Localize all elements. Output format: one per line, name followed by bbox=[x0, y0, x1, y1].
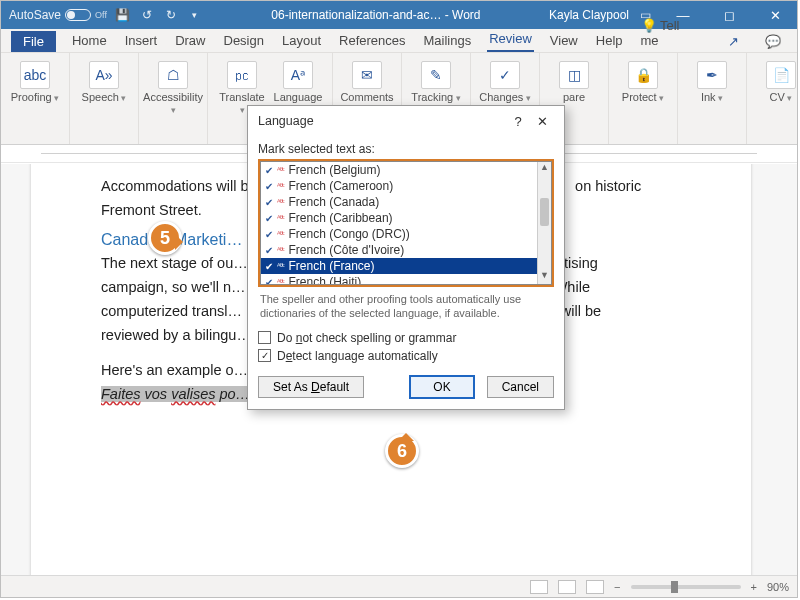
checkmark-icon: ✔ bbox=[265, 197, 273, 208]
tab-review[interactable]: Review bbox=[487, 28, 534, 52]
undo-icon[interactable]: ↺ bbox=[139, 7, 155, 23]
tab-mailings[interactable]: Mailings bbox=[422, 30, 474, 52]
checkbox-detect-language[interactable]: ✓ Detect language automatically bbox=[258, 347, 554, 365]
proofing-icon: ᴬᴮᶜ bbox=[277, 166, 285, 175]
zoom-level[interactable]: 90% bbox=[767, 581, 789, 593]
dialog-close-button[interactable]: ✕ bbox=[530, 114, 554, 129]
checkbox-no-check[interactable]: Do not check spelling or grammar bbox=[258, 329, 554, 347]
language-option-label: French (Haiti) bbox=[289, 275, 362, 285]
tab-design[interactable]: Design bbox=[222, 30, 266, 52]
proofing-button[interactable]: abcProofing bbox=[9, 57, 61, 103]
language-option-label: French (Belgium) bbox=[289, 163, 381, 177]
language-option[interactable]: ✔ᴬᴮᶜFrench (Haiti) bbox=[261, 274, 537, 285]
changes-button[interactable]: ✓Changes bbox=[479, 57, 531, 103]
tab-references[interactable]: References bbox=[337, 30, 407, 52]
language-option[interactable]: ✔ᴬᴮᶜFrench (Côte d'Ivoire) bbox=[261, 242, 537, 258]
cv-button[interactable]: 📄CV bbox=[755, 57, 800, 103]
autosave-state: Off bbox=[95, 10, 107, 20]
callout-5: 5 bbox=[148, 221, 182, 255]
zoom-slider[interactable] bbox=[631, 585, 741, 589]
tab-help[interactable]: Help bbox=[594, 30, 625, 52]
tracking-button[interactable]: ✎Tracking bbox=[410, 57, 462, 103]
language-option[interactable]: ✔ᴬᴮᶜFrench (Cameroon) bbox=[261, 178, 537, 194]
ribbon-tabs: File Home Insert Draw Design Layout Refe… bbox=[1, 29, 797, 53]
qat-dropdown-icon[interactable]: ▾ bbox=[187, 7, 203, 23]
language-option-label: French (Caribbean) bbox=[289, 211, 393, 225]
tab-view[interactable]: View bbox=[548, 30, 580, 52]
proofing-icon: ᴬᴮᶜ bbox=[277, 182, 285, 191]
accessibility-icon: ☖ bbox=[158, 61, 188, 89]
lock-icon: 🔒 bbox=[628, 61, 658, 89]
language-option[interactable]: ✔ᴬᴮᶜFrench (Congo (DRC)) bbox=[261, 226, 537, 242]
proofing-icon: ᴬᴮᶜ bbox=[277, 230, 285, 239]
dialog-title: Language bbox=[258, 114, 314, 128]
redo-icon[interactable]: ↻ bbox=[163, 7, 179, 23]
changes-icon: ✓ bbox=[490, 61, 520, 89]
resume-icon: 📄 bbox=[766, 61, 796, 89]
ink-icon: ✒ bbox=[697, 61, 727, 89]
comments-pane-button[interactable]: 💬 bbox=[759, 31, 787, 52]
web-layout-button[interactable] bbox=[586, 580, 604, 594]
dialog-help-button[interactable]: ? bbox=[506, 114, 530, 129]
translate-icon: ㍶ bbox=[227, 61, 257, 89]
status-bar: − + 90% bbox=[1, 575, 797, 597]
language-dialog: Language ? ✕ Mark selected text as: ✔ᴬᴮᶜ… bbox=[247, 105, 565, 410]
tab-draw[interactable]: Draw bbox=[173, 30, 207, 52]
checkbox-unchecked-icon bbox=[258, 331, 271, 344]
autosave-pill-icon bbox=[65, 9, 91, 21]
comment-icon: ✉ bbox=[352, 61, 382, 89]
language-option[interactable]: ✔ᴬᴮᶜFrench (Canada) bbox=[261, 194, 537, 210]
tab-layout[interactable]: Layout bbox=[280, 30, 323, 52]
tracking-icon: ✎ bbox=[421, 61, 451, 89]
save-icon[interactable]: 💾 bbox=[115, 7, 131, 23]
read-mode-button[interactable] bbox=[530, 580, 548, 594]
language-option[interactable]: ✔ᴬᴮᶜFrench (Belgium) bbox=[261, 162, 537, 178]
language-option-label: French (France) bbox=[289, 259, 375, 273]
language-listbox[interactable]: ✔ᴬᴮᶜFrench (Belgium)✔ᴬᴮᶜFrench (Cameroon… bbox=[260, 161, 552, 285]
checkmark-icon: ✔ bbox=[265, 213, 273, 224]
tab-file[interactable]: File bbox=[11, 31, 56, 52]
ink-button[interactable]: ✒Ink bbox=[686, 57, 738, 103]
checkmark-icon: ✔ bbox=[265, 181, 273, 192]
user-name[interactable]: Kayla Claypool bbox=[549, 8, 629, 22]
share-button[interactable]: ↗ bbox=[722, 31, 745, 52]
listbox-scrollbar[interactable]: ▲ ▼ bbox=[537, 162, 551, 284]
zoom-in-button[interactable]: + bbox=[751, 581, 757, 593]
proofing-icon: ᴬᴮᶜ bbox=[277, 246, 285, 255]
proofing-icon: ᴬᴮᶜ bbox=[277, 278, 285, 286]
checkmark-icon: ✔ bbox=[265, 165, 273, 176]
spellcheck-icon: abc bbox=[20, 61, 50, 89]
autosave-toggle[interactable]: AutoSave Off bbox=[9, 8, 107, 22]
checkmark-icon: ✔ bbox=[265, 261, 273, 272]
language-option[interactable]: ✔ᴬᴮᶜFrench (France) bbox=[261, 258, 537, 274]
proofing-icon: ᴬᴮᶜ bbox=[277, 198, 285, 207]
read-aloud-icon: A» bbox=[89, 61, 119, 89]
scroll-down-icon[interactable]: ▼ bbox=[538, 270, 551, 284]
proofing-icon: ᴬᴮᶜ bbox=[277, 262, 285, 271]
tab-home[interactable]: Home bbox=[70, 30, 109, 52]
dialog-titlebar[interactable]: Language ? ✕ bbox=[248, 106, 564, 136]
language-option-label: French (Côte d'Ivoire) bbox=[289, 243, 405, 257]
compare-button[interactable]: ◫pare bbox=[548, 57, 600, 103]
set-as-default-button[interactable]: Set As Default bbox=[258, 376, 364, 398]
ok-button[interactable]: OK bbox=[409, 375, 474, 399]
maximize-button[interactable]: ◻ bbox=[707, 1, 751, 29]
ribbon-options-icon[interactable]: ▭ bbox=[637, 7, 653, 23]
mark-text-label: Mark selected text as: bbox=[258, 140, 554, 159]
accessibility-button[interactable]: ☖Accessibility bbox=[147, 57, 199, 115]
cancel-button[interactable]: Cancel bbox=[487, 376, 554, 398]
dialog-hint: The speller and other proofing tools aut… bbox=[258, 287, 554, 329]
language-option[interactable]: ✔ᴬᴮᶜFrench (Caribbean) bbox=[261, 210, 537, 226]
scroll-up-icon[interactable]: ▲ bbox=[538, 162, 551, 176]
scrollbar-thumb[interactable] bbox=[540, 198, 549, 226]
tab-insert[interactable]: Insert bbox=[123, 30, 160, 52]
checkmark-icon: ✔ bbox=[265, 229, 273, 240]
protect-button[interactable]: 🔒Protect bbox=[617, 57, 669, 103]
speech-button[interactable]: A»Speech bbox=[78, 57, 130, 103]
compare-icon: ◫ bbox=[559, 61, 589, 89]
zoom-out-button[interactable]: − bbox=[614, 581, 620, 593]
print-layout-button[interactable] bbox=[558, 580, 576, 594]
close-window-button[interactable]: ✕ bbox=[753, 1, 797, 29]
document-title: 06-internationalization-and-ac… - Word bbox=[211, 8, 541, 22]
callout-5-highlight: ✔ᴬᴮᶜFrench (Belgium)✔ᴬᴮᶜFrench (Cameroon… bbox=[258, 159, 554, 287]
